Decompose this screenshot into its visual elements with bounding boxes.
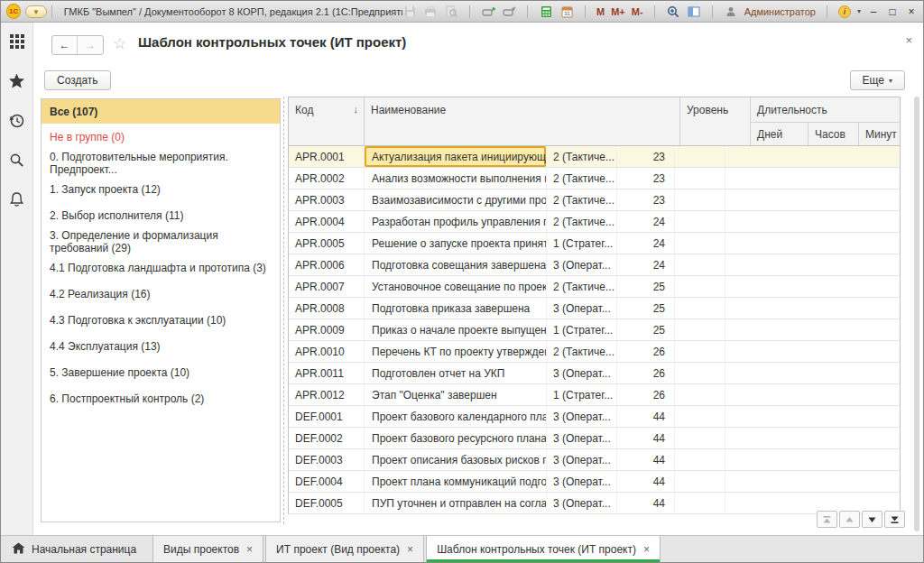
save-icon[interactable] — [402, 5, 417, 19]
vertical-scrollbar[interactable] — [914, 97, 919, 531]
cell-days[interactable]: 44 — [617, 449, 675, 470]
cell-hours[interactable] — [675, 146, 725, 167]
cell-level[interactable]: 3 (Операт... — [547, 298, 617, 318]
cell-code[interactable]: DEF.0003 — [289, 449, 365, 470]
cell-minutes[interactable] — [725, 254, 900, 275]
window-tab[interactable]: ИТ проект (Вид проекта) × — [265, 536, 424, 562]
cell-level[interactable]: 2 (Тактиче... — [547, 189, 617, 210]
cell-minutes[interactable] — [725, 363, 900, 383]
cell-level[interactable]: 2 (Тактиче... — [547, 211, 617, 232]
cell-days[interactable]: 25 — [617, 276, 675, 297]
cell-code[interactable]: APR.0007 — [289, 276, 365, 297]
group-item[interactable]: Все (107) — [42, 99, 280, 124]
cell-hours[interactable] — [675, 363, 725, 383]
main-menu-button[interactable]: ▾ — [25, 5, 46, 18]
column-header-level[interactable]: Уровень — [680, 97, 751, 145]
table-row[interactable]: DEF.0003 Проект описания базовых рисков … — [289, 449, 900, 471]
cell-code[interactable]: APR.0002 — [289, 168, 365, 189]
cell-minutes[interactable] — [725, 428, 900, 448]
cell-level[interactable]: 3 (Операт... — [547, 363, 617, 383]
cell-minutes[interactable] — [725, 406, 900, 427]
cell-minutes[interactable] — [725, 168, 900, 189]
cell-code[interactable]: APR.0001 — [289, 146, 365, 167]
favorites-star-icon[interactable] — [8, 73, 25, 93]
cell-hours[interactable] — [675, 471, 725, 492]
more-button[interactable]: Еще ▾ — [850, 70, 905, 90]
go-top-button[interactable] — [817, 511, 837, 528]
cell-code[interactable]: APR.0010 — [289, 341, 365, 362]
cell-name[interactable]: Этап "Оценка" завершен — [365, 384, 547, 405]
cell-level[interactable]: 2 (Тактиче... — [547, 341, 617, 362]
cell-days[interactable]: 44 — [617, 406, 675, 427]
cell-level[interactable]: 2 (Тактиче... — [547, 146, 617, 167]
group-item[interactable]: 5. Завершение проекта (10) — [42, 359, 280, 385]
tab-close-icon[interactable]: × — [246, 543, 253, 556]
cell-code[interactable]: APR.0004 — [289, 211, 365, 232]
group-item[interactable]: 6. Постпроектный контроль (2) — [42, 385, 280, 411]
cell-level[interactable]: 3 (Операт... — [547, 449, 617, 470]
cell-days[interactable]: 26 — [617, 341, 675, 362]
table-row[interactable]: APR.0010 Перечень КТ по проекту утвержде… — [289, 341, 900, 363]
cell-hours[interactable] — [675, 319, 725, 340]
table-row[interactable]: DEF.0005 ПУП уточнен и отправлен на согл… — [289, 493, 900, 514]
form-close-icon[interactable]: × — [905, 33, 912, 47]
cell-name[interactable]: Установочное совещание по проекту провед… — [365, 276, 547, 297]
cell-hours[interactable] — [675, 493, 725, 513]
go-up-button[interactable] — [839, 511, 860, 528]
cell-days[interactable]: 44 — [617, 428, 675, 448]
info-icon[interactable]: i — [838, 5, 851, 18]
cell-hours[interactable] — [675, 211, 725, 232]
cell-minutes[interactable] — [725, 189, 900, 210]
cell-level[interactable]: 1 (Стратег... — [547, 319, 617, 340]
table-row[interactable]: APR.0007 Установочное совещание по проек… — [289, 276, 900, 298]
cell-days[interactable]: 24 — [617, 211, 675, 232]
zoom-icon[interactable] — [666, 5, 680, 19]
cell-code[interactable]: DEF.0005 — [289, 493, 365, 513]
cell-minutes[interactable] — [725, 449, 900, 470]
cell-level[interactable]: 3 (Операт... — [547, 471, 617, 492]
cell-level[interactable]: 1 (Стратег... — [547, 233, 617, 254]
cell-minutes[interactable] — [725, 211, 900, 232]
minimize-button[interactable]: – — [867, 5, 880, 18]
cell-hours[interactable] — [675, 341, 725, 362]
tab-home[interactable]: Начальная страница — [1, 536, 151, 562]
cell-hours[interactable] — [675, 254, 725, 275]
favorite-star-icon[interactable]: ☆ — [113, 34, 126, 53]
memory-m-button[interactable]: M — [596, 6, 605, 17]
cell-minutes[interactable] — [725, 384, 900, 405]
cell-code[interactable]: APR.0011 — [289, 363, 365, 383]
current-user-label[interactable]: Администратор — [744, 6, 816, 17]
calendar-icon[interactable]: 31 — [559, 5, 574, 19]
cell-name[interactable]: Проект плана коммуникаций подготовлен — [365, 471, 547, 492]
print-preview-icon[interactable] — [444, 5, 458, 19]
table-row[interactable]: APR.0012 Этап "Оценка" завершен 1 (Страт… — [289, 384, 900, 406]
cell-hours[interactable] — [675, 384, 725, 405]
table-row[interactable]: APR.0005 Решение о запуске проекта приня… — [289, 233, 900, 254]
cell-days[interactable]: 25 — [617, 298, 675, 318]
cell-hours[interactable] — [675, 428, 725, 448]
cell-level[interactable]: 3 (Операт... — [547, 493, 617, 513]
table-row[interactable]: APR.0011 Подготовлен отчет на УКП 3 (Опе… — [289, 363, 900, 384]
table-row[interactable]: DEF.0002 Проект базового ресурсного план… — [289, 428, 900, 449]
table-row[interactable]: APR.0001 Актуализация пакета инициирующи… — [289, 146, 900, 168]
sections-grid-icon[interactable] — [9, 33, 25, 53]
cell-days[interactable]: 26 — [617, 384, 675, 405]
cell-name[interactable]: Проект описания базовых рисков проекта п… — [365, 449, 547, 470]
cell-name[interactable]: Приказ о начале проекте выпущен — [365, 319, 547, 340]
cell-code[interactable]: APR.0009 — [289, 319, 365, 340]
calculator-icon[interactable] — [539, 5, 553, 19]
cell-minutes[interactable] — [725, 276, 900, 297]
cell-code[interactable]: APR.0012 — [289, 384, 365, 405]
group-item[interactable]: 4.4 Эксплуатация (13) — [42, 333, 280, 359]
cell-name[interactable]: Взаимозависимости с другими проектами оп… — [365, 189, 547, 210]
get-link-icon[interactable] — [502, 5, 516, 19]
cell-code[interactable]: APR.0003 — [289, 189, 365, 210]
cell-name[interactable]: ПУП уточнен и отправлен на согласование — [365, 493, 547, 513]
notifications-bell-icon[interactable] — [9, 191, 24, 211]
cell-days[interactable]: 26 — [617, 363, 675, 383]
cell-name[interactable]: Проект базового календарного план-график… — [365, 406, 547, 427]
group-item[interactable]: 0. Подготовительные мероприятия. Предпро… — [42, 150, 280, 176]
tab-close-icon[interactable]: × — [643, 543, 650, 556]
cell-days[interactable]: 24 — [617, 233, 675, 254]
send-link-icon[interactable] — [481, 5, 495, 19]
